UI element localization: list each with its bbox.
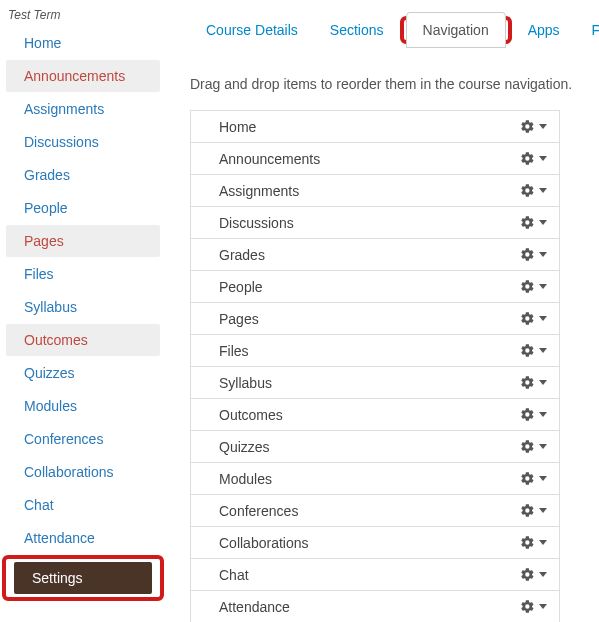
nav-reorder-row[interactable]: Assignments: [190, 175, 560, 207]
gear-icon: [520, 439, 535, 454]
caret-down-icon: [539, 412, 547, 417]
sidebar-item-collaborations[interactable]: Collaborations: [6, 456, 160, 488]
nav-reorder-row[interactable]: Conferences: [190, 495, 560, 527]
sidebar-item-announcements[interactable]: Announcements: [6, 60, 160, 92]
nav-reorder-label: Assignments: [219, 183, 299, 199]
caret-down-icon: [539, 380, 547, 385]
nav-item-options-button[interactable]: [520, 599, 547, 614]
gear-icon: [520, 471, 535, 486]
caret-down-icon: [539, 284, 547, 289]
navigation-reorder-list: HomeAnnouncementsAssignmentsDiscussionsG…: [190, 110, 560, 622]
nav-reorder-label: People: [219, 279, 263, 295]
caret-down-icon: [539, 188, 547, 193]
sidebar-item-discussions[interactable]: Discussions: [6, 126, 160, 158]
sidebar-item-pages[interactable]: Pages: [6, 225, 160, 257]
highlight-navigation-tab: Navigation: [400, 16, 512, 44]
nav-reorder-row[interactable]: Discussions: [190, 207, 560, 239]
settings-tabs: Course DetailsSectionsNavigationAppsFeat…: [190, 12, 599, 48]
nav-reorder-label: Conferences: [219, 503, 298, 519]
sidebar-item-conferences[interactable]: Conferences: [6, 423, 160, 455]
gear-icon: [520, 247, 535, 262]
tab-feature-options[interactable]: Feature Options: [576, 12, 599, 48]
gear-icon: [520, 215, 535, 230]
caret-down-icon: [539, 156, 547, 161]
nav-reorder-row[interactable]: Modules: [190, 463, 560, 495]
sidebar-item-syllabus[interactable]: Syllabus: [6, 291, 160, 323]
gear-icon: [520, 535, 535, 550]
caret-down-icon: [539, 444, 547, 449]
nav-reorder-row[interactable]: Outcomes: [190, 399, 560, 431]
nav-reorder-row[interactable]: Collaborations: [190, 527, 560, 559]
nav-reorder-row[interactable]: People: [190, 271, 560, 303]
sidebar-item-outcomes[interactable]: Outcomes: [6, 324, 160, 356]
sidebar-nav: HomeAnnouncementsAssignmentsDiscussionsG…: [0, 27, 166, 601]
nav-item-options-button[interactable]: [520, 119, 547, 134]
nav-reorder-label: Attendance: [219, 599, 290, 615]
nav-reorder-row[interactable]: Grades: [190, 239, 560, 271]
tab-apps[interactable]: Apps: [512, 12, 576, 48]
nav-item-options-button[interactable]: [520, 183, 547, 198]
instruction-text: Drag and drop items to reorder them in t…: [190, 76, 599, 92]
sidebar-item-settings[interactable]: Settings: [14, 562, 152, 594]
nav-reorder-row[interactable]: Pages: [190, 303, 560, 335]
sidebar-item-assignments[interactable]: Assignments: [6, 93, 160, 125]
caret-down-icon: [539, 476, 547, 481]
nav-reorder-row[interactable]: Chat: [190, 559, 560, 591]
nav-reorder-row[interactable]: Announcements: [190, 143, 560, 175]
nav-reorder-label: Chat: [219, 567, 249, 583]
nav-reorder-label: Outcomes: [219, 407, 283, 423]
nav-item-options-button[interactable]: [520, 151, 547, 166]
nav-reorder-label: Syllabus: [219, 375, 272, 391]
nav-reorder-row[interactable]: Quizzes: [190, 431, 560, 463]
gear-icon: [520, 375, 535, 390]
nav-reorder-row[interactable]: Home: [190, 111, 560, 143]
gear-icon: [520, 343, 535, 358]
nav-reorder-row[interactable]: Syllabus: [190, 367, 560, 399]
nav-reorder-label: Discussions: [219, 215, 294, 231]
sidebar-item-attendance[interactable]: Attendance: [6, 522, 160, 554]
nav-item-options-button[interactable]: [520, 535, 547, 550]
gear-icon: [520, 407, 535, 422]
sidebar-item-chat[interactable]: Chat: [6, 489, 160, 521]
nav-reorder-label: Collaborations: [219, 535, 309, 551]
nav-reorder-label: Home: [219, 119, 256, 135]
nav-item-options-button[interactable]: [520, 407, 547, 422]
nav-reorder-row[interactable]: Attendance: [190, 591, 560, 622]
caret-down-icon: [539, 316, 547, 321]
nav-reorder-label: Grades: [219, 247, 265, 263]
app-layout: Test Term HomeAnnouncementsAssignmentsDi…: [0, 0, 599, 622]
tab-navigation[interactable]: Navigation: [406, 12, 506, 48]
nav-reorder-label: Announcements: [219, 151, 320, 167]
caret-down-icon: [539, 252, 547, 257]
nav-item-options-button[interactable]: [520, 215, 547, 230]
nav-item-options-button[interactable]: [520, 279, 547, 294]
nav-item-options-button[interactable]: [520, 247, 547, 262]
sidebar-item-files[interactable]: Files: [6, 258, 160, 290]
sidebar-item-modules[interactable]: Modules: [6, 390, 160, 422]
nav-reorder-row[interactable]: Files: [190, 335, 560, 367]
sidebar-item-quizzes[interactable]: Quizzes: [6, 357, 160, 389]
nav-reorder-label: Pages: [219, 311, 259, 327]
sidebar-item-grades[interactable]: Grades: [6, 159, 160, 191]
caret-down-icon: [539, 220, 547, 225]
tab-course-details[interactable]: Course Details: [190, 12, 314, 48]
gear-icon: [520, 599, 535, 614]
sidebar-item-home[interactable]: Home: [6, 27, 160, 59]
term-label: Test Term: [0, 8, 166, 26]
gear-icon: [520, 567, 535, 582]
nav-reorder-label: Files: [219, 343, 249, 359]
nav-item-options-button[interactable]: [520, 567, 547, 582]
tab-sections[interactable]: Sections: [314, 12, 400, 48]
nav-item-options-button[interactable]: [520, 343, 547, 358]
gear-icon: [520, 119, 535, 134]
gear-icon: [520, 279, 535, 294]
sidebar-item-people[interactable]: People: [6, 192, 160, 224]
highlight-settings: Settings: [2, 555, 164, 601]
gear-icon: [520, 311, 535, 326]
nav-item-options-button[interactable]: [520, 503, 547, 518]
nav-item-options-button[interactable]: [520, 439, 547, 454]
nav-item-options-button[interactable]: [520, 311, 547, 326]
caret-down-icon: [539, 348, 547, 353]
nav-item-options-button[interactable]: [520, 375, 547, 390]
nav-item-options-button[interactable]: [520, 471, 547, 486]
